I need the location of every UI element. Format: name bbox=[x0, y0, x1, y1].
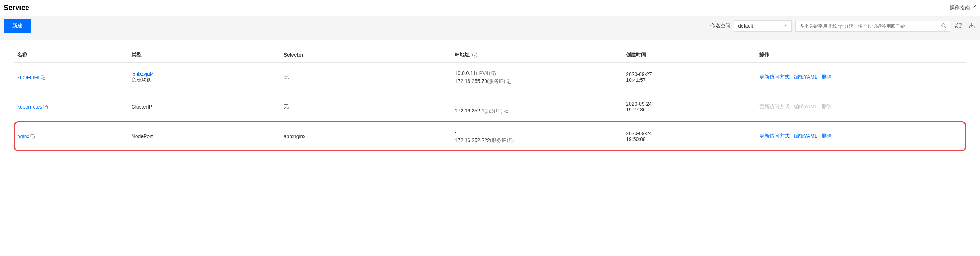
info-icon[interactable] bbox=[472, 52, 477, 58]
service-name-link[interactable]: kubernetes bbox=[17, 104, 42, 110]
copy-icon[interactable] bbox=[507, 80, 512, 84]
operation-guide-link[interactable]: 操作指南 bbox=[950, 5, 977, 11]
delete-link[interactable]: 删除 bbox=[822, 74, 832, 80]
svg-line-0 bbox=[974, 5, 976, 8]
created-time: 2020-09-2419:50:08 bbox=[623, 121, 756, 151]
edit-yaml-link[interactable]: 编辑YAML bbox=[794, 133, 818, 139]
chevron-down-icon bbox=[783, 23, 788, 29]
lb-link[interactable]: lb-ibzvjal4 bbox=[132, 71, 154, 77]
update-access-link[interactable]: 更新访问方式 bbox=[759, 74, 790, 80]
namespace-select[interactable]: default bbox=[734, 20, 792, 32]
svg-rect-10 bbox=[45, 107, 48, 109]
external-link-icon bbox=[971, 5, 977, 11]
svg-rect-11 bbox=[506, 111, 508, 113]
selector-value: 无 bbox=[281, 63, 452, 92]
delete-link: 删除 bbox=[822, 103, 832, 109]
svg-point-1 bbox=[942, 24, 945, 27]
service-type: NodePort bbox=[132, 134, 278, 139]
ip-line: 172.16.252.222(服务IP) bbox=[455, 136, 620, 144]
service-table: 名称 类型 Selector IP地址 创建时间 操作 kube-userlb-… bbox=[14, 47, 966, 151]
service-type: 负载均衡 bbox=[132, 77, 278, 83]
edit-yaml-link: 编辑YAML bbox=[794, 103, 818, 109]
created-time: 2020-09-2419:27:36 bbox=[623, 92, 756, 121]
ip-line: - bbox=[455, 99, 620, 107]
copy-icon[interactable] bbox=[509, 138, 514, 143]
created-time: 2020-09-2710:41:57 bbox=[623, 63, 756, 92]
col-header-actions: 操作 bbox=[756, 47, 966, 63]
ip-line: 172.16.255.79(服务IP) bbox=[455, 77, 620, 85]
svg-rect-13 bbox=[511, 140, 514, 142]
ip-line: - bbox=[455, 128, 620, 136]
service-name-link[interactable]: nginx bbox=[17, 134, 29, 139]
namespace-value: default bbox=[738, 23, 753, 29]
col-header-name: 名称 bbox=[14, 47, 129, 63]
col-header-created: 创建时间 bbox=[623, 47, 756, 63]
svg-rect-7 bbox=[43, 77, 45, 80]
edit-yaml-link[interactable]: 编辑YAML bbox=[794, 74, 818, 80]
service-type: ClusterIP bbox=[132, 104, 278, 110]
update-access-link[interactable]: 更新访问方式 bbox=[759, 133, 790, 139]
copy-icon[interactable] bbox=[30, 134, 35, 139]
copy-icon[interactable] bbox=[43, 105, 48, 110]
selector-value: 无 bbox=[281, 92, 452, 121]
refresh-button[interactable] bbox=[954, 21, 963, 31]
table-row: kubernetesClusterIP无-172.16.252.1(服务IP)2… bbox=[14, 92, 966, 121]
svg-rect-12 bbox=[32, 136, 35, 138]
selector-value: app:nginx bbox=[281, 121, 452, 151]
service-name-link[interactable]: kube-user bbox=[17, 74, 40, 80]
svg-rect-9 bbox=[508, 81, 511, 83]
namespace-label: 命名空间 bbox=[710, 23, 730, 29]
download-button[interactable] bbox=[967, 21, 977, 31]
create-button[interactable]: 新建 bbox=[3, 19, 31, 33]
delete-link[interactable]: 删除 bbox=[822, 133, 832, 139]
ip-line: 172.16.252.1(服务IP) bbox=[455, 107, 620, 114]
update-access-link: 更新访问方式 bbox=[759, 103, 790, 109]
copy-icon[interactable] bbox=[492, 71, 496, 76]
copy-icon[interactable] bbox=[41, 75, 46, 80]
col-header-ip: IP地址 bbox=[452, 47, 623, 63]
table-row: nginxNodePortapp:nginx-172.16.252.222(服务… bbox=[14, 121, 966, 151]
search-box bbox=[795, 21, 950, 32]
search-icon[interactable] bbox=[937, 23, 950, 30]
guide-label: 操作指南 bbox=[950, 5, 970, 11]
col-header-type: 类型 bbox=[129, 47, 281, 63]
copy-icon[interactable] bbox=[504, 108, 509, 114]
svg-line-2 bbox=[945, 27, 946, 28]
page-title: Service bbox=[3, 3, 29, 12]
search-input[interactable] bbox=[796, 21, 937, 31]
col-header-selector: Selector bbox=[281, 47, 452, 63]
svg-rect-8 bbox=[493, 73, 495, 75]
ip-line: 10.0.0.11(IPV4) bbox=[455, 69, 620, 77]
table-row: kube-userlb-ibzvjal4负载均衡无10.0.0.11(IPV4)… bbox=[14, 63, 966, 92]
